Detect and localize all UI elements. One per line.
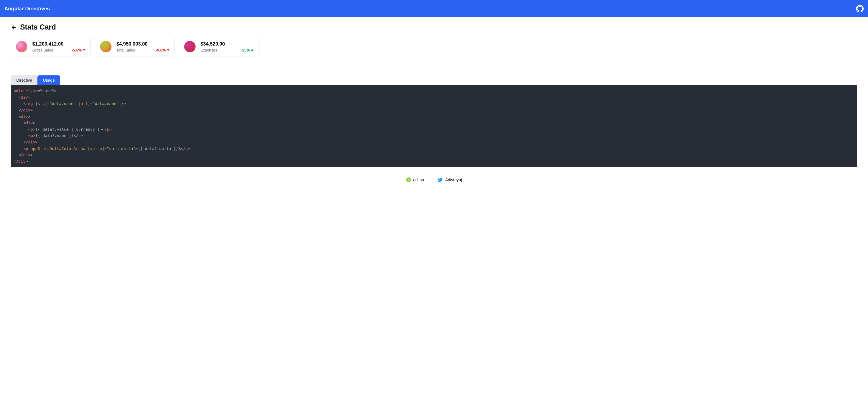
app-title: Angular Directives — [4, 6, 50, 12]
card-name: Expenses — [200, 48, 217, 52]
card-value: $4,950,003.00 — [116, 41, 169, 47]
code-tabs: Directive Usage — [11, 75, 857, 85]
adiso-link[interactable]: adi.so — [406, 177, 424, 182]
card-sub-row: Expenses 25% — [200, 48, 254, 52]
card-icon — [100, 41, 112, 52]
page-title: Stats Card — [20, 23, 56, 31]
stats-cards-row: $1,203,412.00 Gross Sales -5.6% $4,950,0… — [11, 37, 857, 57]
adiso-icon — [406, 177, 411, 182]
card-value: $34,520.00 — [200, 41, 254, 47]
stats-card: $34,520.00 Expenses 25% — [179, 37, 259, 57]
twitter-icon — [437, 177, 443, 183]
footer: adi.so Adisreyaj — [0, 175, 868, 189]
github-icon — [856, 5, 864, 12]
card-delta: -9.8% — [156, 48, 169, 52]
card-body: $4,950,003.00 Total Sales -9.8% — [116, 41, 169, 52]
card-body: $1,203,412.00 Gross Sales -5.6% — [32, 41, 86, 52]
card-delta-value: -5.6% — [72, 48, 82, 52]
card-icon — [16, 41, 27, 52]
arrow-down-icon — [167, 49, 169, 51]
stats-card: $4,950,003.00 Total Sales -9.8% — [95, 37, 175, 57]
card-value: $1,203,412.00 — [32, 41, 86, 47]
twitter-link[interactable]: Adisreyaj — [437, 177, 462, 183]
card-body: $34,520.00 Expenses 25% — [200, 41, 254, 52]
tab-usage[interactable]: Usage — [37, 75, 60, 85]
card-delta-value: -9.8% — [156, 48, 166, 52]
arrow-up-icon — [251, 49, 254, 51]
twitter-label: Adisreyaj — [445, 177, 462, 182]
github-link[interactable] — [856, 5, 864, 12]
page-header: Stats Card — [11, 23, 857, 31]
code-block: <div class="card"><div><img [src]="data.… — [11, 85, 857, 167]
card-delta: -5.6% — [72, 48, 86, 52]
arrow-down-icon — [83, 49, 86, 51]
main-content: Stats Card $1,203,412.00 Gross Sales -5.… — [0, 17, 868, 175]
adiso-label: adi.so — [413, 177, 424, 182]
card-sub-row: Gross Sales -5.6% — [32, 48, 86, 52]
card-sub-row: Total Sales -9.8% — [116, 48, 169, 52]
tab-directive[interactable]: Directive — [11, 75, 37, 85]
card-name: Total Sales — [116, 48, 135, 52]
arrow-left-icon — [11, 24, 17, 30]
app-header: Angular Directives — [0, 0, 868, 17]
card-icon — [184, 41, 195, 52]
card-name: Gross Sales — [32, 48, 53, 52]
back-button[interactable] — [11, 24, 17, 30]
stats-card: $1,203,412.00 Gross Sales -5.6% — [11, 37, 91, 57]
card-delta: 25% — [242, 48, 254, 52]
card-delta-value: 25% — [242, 48, 250, 52]
